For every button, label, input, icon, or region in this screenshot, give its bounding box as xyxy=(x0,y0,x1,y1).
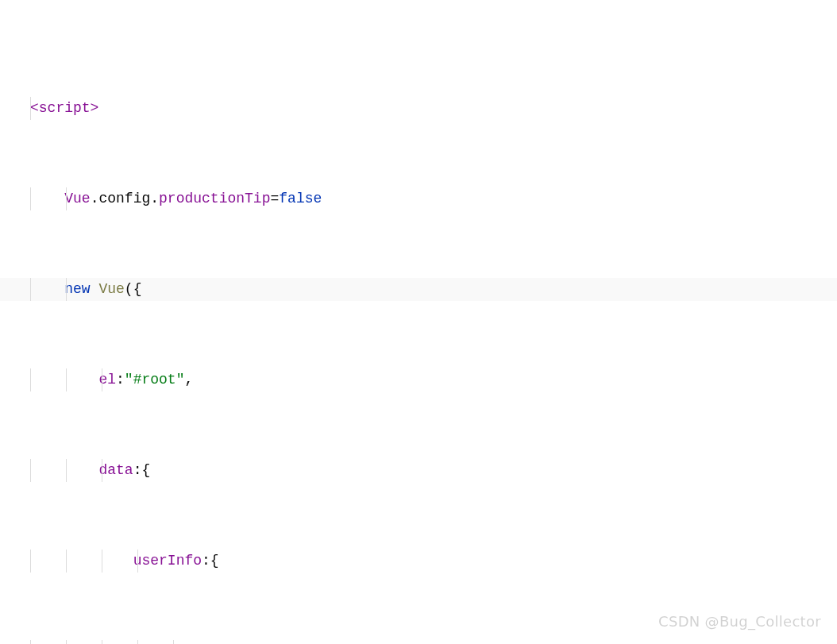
tag-open: <script> xyxy=(30,100,98,116)
code-block: <script> Vue.config.productionTip=false … xyxy=(0,0,837,644)
watermark: CSDN @Bug_Collector xyxy=(658,611,821,634)
